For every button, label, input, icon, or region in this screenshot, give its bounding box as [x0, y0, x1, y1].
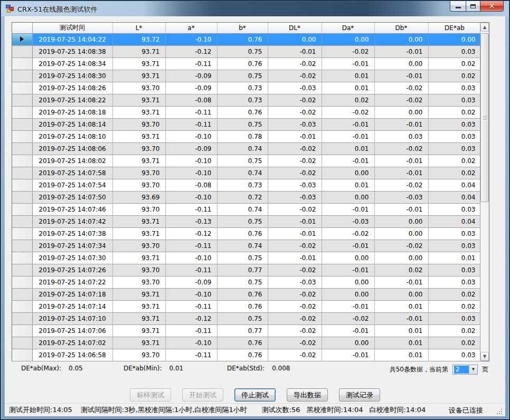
grid-cell[interactable]: 0.01 — [322, 82, 374, 94]
column-header-db[interactable]: Db* — [374, 23, 428, 33]
column-header-l[interactable]: L* — [112, 23, 165, 33]
grid-cell[interactable]: 0.04 — [428, 191, 481, 203]
grid-cell[interactable]: -0.01 — [322, 240, 374, 252]
grid-cell[interactable]: -0.02 — [374, 82, 428, 94]
row-header-cell[interactable] — [12, 33, 32, 45]
grid-cell[interactable]: -0.13 — [165, 215, 217, 227]
grid-cell[interactable]: 0.04 — [428, 179, 481, 191]
grid-cell[interactable]: 93.71 — [112, 312, 165, 324]
grid-cell[interactable]: 2019-07-25 14:08:10 — [32, 130, 112, 142]
row-header-cell[interactable] — [12, 300, 32, 312]
grid-cell[interactable]: 0.00 — [374, 215, 428, 227]
grid-cell[interactable]: 2019-07-25 14:08:38 — [32, 45, 112, 58]
grid-cell[interactable]: 2019-07-25 14:07:06 — [32, 324, 112, 337]
grid-cell[interactable]: 0.00 — [374, 288, 428, 300]
grid-cell[interactable]: 0.76 — [217, 227, 268, 240]
grid-cell[interactable]: 2019-07-25 14:07:30 — [32, 252, 112, 264]
grid-cell[interactable]: -0.10 — [165, 167, 217, 179]
grid-cell[interactable]: 93.70 — [112, 349, 165, 361]
grid-cell[interactable]: -0.01 — [374, 312, 428, 324]
grid-cell[interactable]: 0.02 — [428, 70, 481, 82]
grid-cell[interactable]: 0.03 — [428, 203, 481, 215]
grid-cell[interactable]: 93.70 — [112, 276, 165, 288]
grid-cell[interactable]: 93.70 — [112, 82, 165, 94]
grid-cell[interactable]: 0.02 — [428, 155, 481, 167]
grid-cell[interactable]: -0.02 — [268, 300, 322, 312]
grid-cell[interactable]: 2019-07-25 14:08:14 — [32, 118, 112, 130]
scrollbar-thumb[interactable] — [480, 33, 489, 202]
grid-cell[interactable]: 0.01 — [374, 337, 428, 349]
grid-cell[interactable]: 0.00 — [428, 33, 481, 45]
grid-cell[interactable]: 93.71 — [112, 252, 165, 264]
grid-cell[interactable]: 0.72 — [217, 191, 268, 203]
grid-cell[interactable]: 0.76 — [217, 58, 268, 70]
grid-cell[interactable]: 0.73 — [217, 82, 268, 94]
grid-cell[interactable]: 0.01 — [322, 179, 374, 191]
grid-cell[interactable]: 0.03 — [428, 130, 481, 142]
grid-cell[interactable]: 2019-07-25 14:07:18 — [32, 288, 112, 300]
grid-cell[interactable]: 93.71 — [112, 300, 165, 312]
grid-cell[interactable]: -0.01 — [322, 118, 374, 130]
grid-cell[interactable]: -0.03 — [268, 276, 322, 288]
grid-cell[interactable]: -0.11 — [165, 324, 217, 337]
grid-cell[interactable]: -0.02 — [268, 155, 322, 167]
grid-cell[interactable]: 2019-07-25 14:07:10 — [32, 312, 112, 324]
start-test-button[interactable]: 开始测试 — [182, 388, 223, 402]
column-header-b[interactable]: b* — [217, 23, 268, 33]
grid-cell[interactable]: 2019-07-25 14:07:14 — [32, 300, 112, 312]
row-header-cell[interactable] — [12, 191, 32, 203]
grid-cell[interactable]: 0.00 — [374, 227, 428, 240]
grid-cell[interactable]: -0.02 — [322, 45, 374, 58]
grid-cell[interactable]: -0.01 — [322, 264, 374, 276]
grid-cell[interactable]: 2019-07-25 14:07:34 — [32, 240, 112, 252]
grid-cell[interactable]: 93.71 — [112, 324, 165, 337]
grid-cell[interactable]: -0.02 — [268, 324, 322, 337]
vertical-scrollbar[interactable] — [480, 23, 489, 361]
grid-cell[interactable]: 0.03 — [428, 82, 481, 94]
grid-cell[interactable]: 93.71 — [112, 155, 165, 167]
grid-cell[interactable]: -0.10 — [165, 288, 217, 300]
grid-cell[interactable]: -0.10 — [165, 33, 217, 45]
grid-cell[interactable]: -0.02 — [374, 179, 428, 191]
grid-cell[interactable]: -0.11 — [165, 349, 217, 361]
grid-cell[interactable]: 0.76 — [217, 288, 268, 300]
grid-cell[interactable]: 0.00 — [322, 276, 374, 288]
grid-cell[interactable]: 93.71 — [112, 337, 165, 349]
grid-cell[interactable]: -0.11 — [165, 240, 217, 252]
grid-cell[interactable]: -0.10 — [165, 155, 217, 167]
row-header-cell[interactable] — [12, 252, 32, 264]
grid-cell[interactable]: -0.02 — [268, 106, 322, 118]
grid-cell[interactable]: -0.10 — [165, 337, 217, 349]
row-header-cell[interactable] — [12, 203, 32, 215]
grid-cell[interactable]: 0.01 — [374, 324, 428, 337]
grid-cell[interactable]: -0.02 — [268, 167, 322, 179]
grid-cell[interactable]: -0.03 — [268, 191, 322, 203]
grid-cell[interactable]: 93.71 — [112, 94, 165, 106]
grid-cell[interactable]: 0.03 — [428, 94, 481, 106]
column-header-da[interactable]: Da* — [322, 23, 374, 33]
grid-cell[interactable]: -0.01 — [268, 227, 322, 240]
grid-cell[interactable]: 2019-07-25 14:07:50 — [32, 191, 112, 203]
test-records-button[interactable]: 测试记录 — [339, 388, 380, 402]
column-header-dl[interactable]: DL* — [268, 23, 322, 33]
row-header-cell[interactable] — [12, 337, 32, 349]
grid-cell[interactable]: 0.75 — [217, 252, 268, 264]
grid-cell[interactable]: 0.74 — [217, 203, 268, 215]
row-header-cell[interactable] — [12, 106, 32, 118]
grid-cell[interactable]: 0.75 — [217, 312, 268, 324]
grid-cell[interactable]: 93.70 — [112, 142, 165, 155]
grid-cell[interactable]: 2019-07-25 14:07:46 — [32, 203, 112, 215]
grid-cell[interactable]: 0.01 — [322, 142, 374, 155]
grid-cell[interactable]: 2019-07-25 14:08:26 — [32, 82, 112, 94]
column-header-deab[interactable]: DE*ab — [428, 23, 481, 33]
row-header-cell[interactable] — [12, 130, 32, 142]
grid-cell[interactable]: 0.00 — [268, 33, 322, 45]
page-select[interactable]: 2 — [452, 365, 478, 375]
grid-cell[interactable]: -0.02 — [268, 349, 322, 361]
row-header-cell[interactable] — [12, 142, 32, 155]
grid-cell[interactable]: 0.77 — [217, 264, 268, 276]
grid-cell[interactable]: 0.03 — [428, 264, 481, 276]
grid-cell[interactable]: -0.03 — [268, 179, 322, 191]
grid-cell[interactable]: -0.02 — [322, 106, 374, 118]
grid-cell[interactable]: -0.02 — [268, 58, 322, 70]
